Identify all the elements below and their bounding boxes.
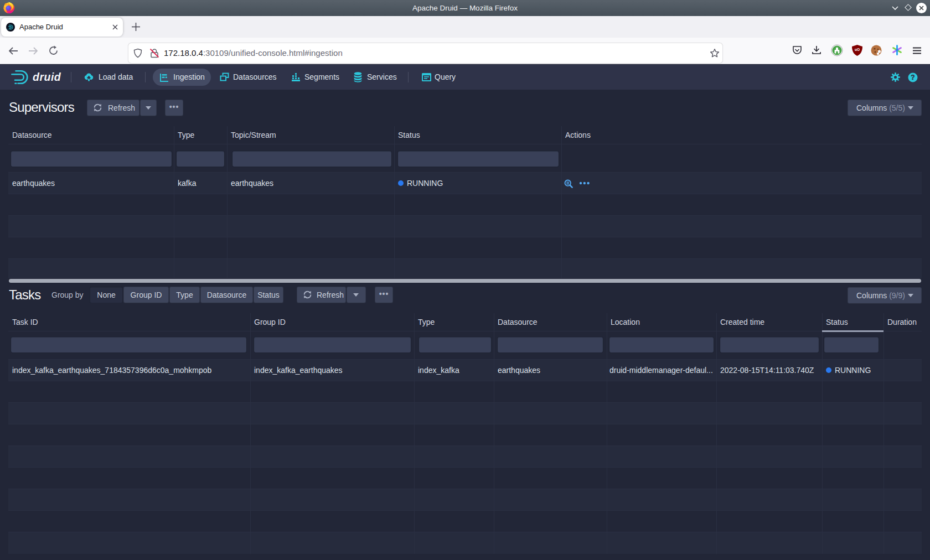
svg-text:uO: uO	[855, 48, 860, 51]
svg-text:?: ?	[911, 74, 914, 81]
